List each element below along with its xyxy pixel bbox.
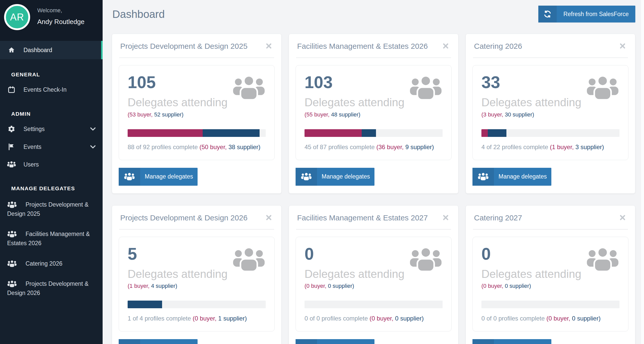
sidebar-item-event-fme-2026[interactable]: Facilities Management & Estates 2026: [0, 224, 103, 253]
users-icon: [7, 280, 18, 288]
users-icon: [586, 75, 619, 101]
close-card-button[interactable]: [264, 213, 274, 222]
users-icon: [7, 161, 16, 168]
manage-delegates-button[interactable]: Manage delegates: [119, 339, 198, 344]
manage-delegates-label: Manage delegates: [140, 168, 198, 186]
buyer-count: (55 buyer,: [305, 111, 330, 118]
sidebar-item-users[interactable]: Users: [0, 156, 103, 173]
user-name: Andy Routledge: [37, 18, 84, 26]
card-header: Catering 2027: [472, 212, 628, 222]
buyer-complete-count: (0 buyer,: [546, 315, 570, 322]
sidebar-item-dashboard[interactable]: Dashboard: [0, 41, 103, 59]
close-icon: [265, 43, 272, 49]
close-icon: [619, 43, 626, 49]
section-title-admin: ADMIN: [11, 111, 96, 117]
supplier-count: 4 supplier): [150, 283, 177, 289]
buyer-progress-segment: [128, 129, 203, 137]
sidebar-item-label: Users: [23, 161, 39, 168]
profiles-complete-text: 1 of 4 profiles complete: [128, 315, 193, 322]
close-card-button[interactable]: [618, 213, 627, 222]
divider: [119, 229, 274, 230]
supplier-count: 30 supplier): [503, 111, 534, 118]
profiles-complete-text: 4 of 22 profiles complete: [481, 144, 550, 150]
manage-delegates-button[interactable]: Manage delegates: [472, 339, 551, 344]
manage-delegates-button[interactable]: Manage delegates: [296, 168, 374, 186]
users-icon: [119, 168, 140, 186]
buyer-complete-count: (36 buyer,: [376, 144, 404, 150]
refresh-from-salesforce-button[interactable]: Refresh from SalesForce: [538, 6, 635, 22]
manage-delegates-button[interactable]: Manage delegates: [296, 339, 374, 344]
profiles-progress-bar: [481, 301, 619, 308]
card-title: Facilities Management & Estates 2026: [297, 42, 428, 51]
supplier-progress-segment: [128, 301, 162, 308]
sidebar-item-events-checkin[interactable]: Events Check-In: [0, 81, 103, 99]
supplier-progress-segment: [203, 129, 260, 137]
sidebar-item-label: Dashboard: [23, 47, 52, 54]
profiles-complete-text: 45 of 87 profiles complete: [305, 144, 376, 150]
attending-breakdown: (3 buyer, 30 supplier): [481, 111, 619, 118]
chevron-down-icon: [90, 145, 96, 149]
sidebar-user-panel: AR Welcome, Andy Routledge: [0, 0, 103, 41]
delegate-stats-panel: 0 Delegates attending (0 buyer, 0 suppli…: [472, 237, 628, 332]
close-icon: [442, 43, 449, 49]
users-icon: [472, 168, 494, 186]
manage-delegates-label: Manage delegates: [494, 339, 551, 344]
event-card-fme-2026: Facilities Management & Estates 2026 103…: [289, 34, 458, 194]
users-icon: [409, 75, 443, 101]
buyer-count: (0 buyer,: [481, 283, 503, 289]
sidebar-item-events[interactable]: Events: [0, 138, 103, 156]
close-card-button[interactable]: [618, 41, 627, 51]
event-card-pdd-2026: Projects Development & Design 2026 5 Del…: [112, 205, 282, 344]
profiles-complete-text: 0 of 0 profiles complete: [481, 315, 546, 322]
close-card-button[interactable]: [264, 41, 274, 51]
manage-delegates-button[interactable]: Manage delegates: [472, 168, 551, 186]
event-card-fme-2027: Facilities Management & Estates 2027 0 D…: [289, 205, 458, 344]
sidebar-nav: Dashboard GENERAL Events Check-In ADMIN …: [0, 41, 103, 344]
users-icon: [7, 201, 18, 209]
main-content: Dashboard Refresh from SalesForce Projec…: [103, 0, 644, 344]
delegate-stats-panel: 33 Delegates attending (3 buyer, 30 supp…: [472, 65, 628, 160]
section-title-general: GENERAL: [11, 72, 96, 78]
sidebar-item-event-pdd-2026[interactable]: Projects Development & Design 2026: [0, 274, 103, 303]
manage-delegates-button[interactable]: Manage delegates: [119, 168, 198, 186]
sidebar-item-event-pdd-2025[interactable]: Projects Development & Design 2025: [0, 195, 103, 224]
attending-breakdown: (55 buyer, 48 supplier): [305, 111, 443, 118]
users-icon: [119, 339, 140, 344]
attending-breakdown: (1 buyer, 4 supplier): [128, 283, 266, 289]
welcome-block: Welcome, Andy Routledge: [37, 4, 84, 26]
card-header: Catering 2026: [472, 40, 628, 51]
page-title: Dashboard: [112, 8, 165, 20]
profiles-complete-line: 4 of 22 profiles complete (1 buyer, 3 su…: [481, 144, 619, 151]
home-icon: [7, 46, 16, 54]
close-icon: [442, 214, 449, 221]
users-icon: [232, 75, 266, 101]
buyer-progress-segment: [481, 129, 488, 137]
card-title: Projects Development & Design 2025: [120, 42, 248, 51]
buyer-count: (0 buyer,: [305, 283, 326, 289]
supplier-progress-segment: [488, 129, 507, 137]
sidebar-item-label: Projects Development & Design 2026: [7, 280, 89, 296]
event-card-catering-2027: Catering 2027 0 Delegates attending (0 b…: [466, 205, 635, 344]
sidebar-item-event-catering-2026[interactable]: Catering 2026: [0, 254, 103, 274]
card-title: Catering 2027: [474, 213, 522, 222]
divider: [473, 57, 628, 58]
delegate-stats-panel: 103 Delegates attending (55 buyer, 48 su…: [296, 65, 452, 160]
close-card-button[interactable]: [441, 41, 451, 51]
supplier-count: 52 supplier): [153, 111, 184, 118]
main-header: Dashboard Refresh from SalesForce: [112, 6, 635, 22]
scrollbar[interactable]: [641, 0, 644, 344]
buyer-complete-count: (50 buyer,: [200, 144, 227, 150]
attending-breakdown: (0 buyer, 0 supplier): [305, 283, 443, 289]
divider: [296, 57, 451, 58]
delegate-stats-panel: 105 Delegates attending (53 buyer, 52 su…: [119, 65, 275, 160]
event-card-pdd-2025: Projects Development & Design 2025 105 D…: [112, 34, 282, 194]
manage-delegates-label: Manage delegates: [140, 339, 198, 344]
avatar[interactable]: AR: [4, 4, 30, 30]
sidebar-item-settings[interactable]: Settings: [0, 120, 103, 138]
sidebar: AR Welcome, Andy Routledge Dashboard GEN…: [0, 0, 103, 344]
users-icon: [409, 247, 443, 273]
manage-delegates-label: Manage delegates: [317, 339, 374, 344]
profiles-complete-line: 0 of 0 profiles complete (0 buyer, 0 sup…: [305, 315, 443, 322]
close-card-button[interactable]: [441, 213, 451, 222]
profiles-complete-text: 0 of 0 profiles complete: [305, 315, 370, 322]
